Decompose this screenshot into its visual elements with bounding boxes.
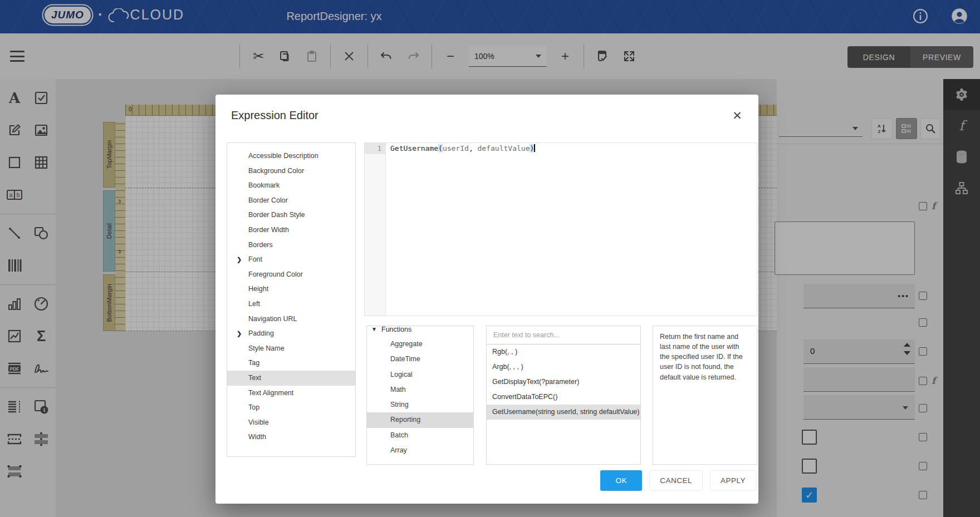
tree-root-functions[interactable]: ▼Functions	[367, 326, 473, 337]
property-item[interactable]: ❯Borders	[227, 238, 355, 253]
property-item[interactable]: ❯Left	[227, 297, 355, 312]
chevron-right-icon: ❯	[237, 326, 242, 341]
property-item[interactable]: ❯Text Alignment	[227, 386, 355, 401]
property-item[interactable]: ❯Foreground Color	[227, 267, 355, 282]
function-item[interactable]: GetUsername(string userId, string defaul…	[487, 405, 640, 420]
property-item[interactable]: ❯Height	[227, 282, 355, 297]
tree-category-item[interactable]: DateTime	[367, 352, 473, 367]
property-item[interactable]: ❯Text	[227, 371, 355, 386]
tree-category-item[interactable]: String	[367, 397, 473, 412]
function-description: Return the first name and last name of t…	[653, 326, 757, 465]
property-item[interactable]: ❯Navigation URL	[227, 312, 355, 327]
tree-category-item[interactable]: Array	[367, 443, 473, 458]
tree-category-item[interactable]: Aggregate	[367, 337, 473, 352]
property-item[interactable]: ❯Border Width	[227, 223, 355, 238]
function-item[interactable]: GetDisplayText(?parameter)	[487, 375, 640, 390]
property-item[interactable]: ❯Border Color	[227, 193, 355, 208]
chevron-down-icon: ▼	[371, 326, 377, 337]
code-line: GetUsername(userId, defaultValue)	[390, 143, 535, 154]
property-item[interactable]: ❯Style Name	[227, 341, 355, 356]
editor-gutter: 1	[365, 143, 386, 316]
app-window: JUMO · CLOUD ReportDesigner: yx	[0, 0, 980, 517]
tree-category-item[interactable]: Logical	[367, 367, 473, 382]
line-number: 1	[365, 143, 385, 154]
property-item[interactable]: ❯Accessible Description	[227, 149, 355, 164]
property-list: ❯Accessible Description❯Background Color…	[227, 142, 356, 457]
property-item[interactable]: ❯Bookmark	[227, 178, 355, 193]
property-item[interactable]: ❯Font	[227, 252, 355, 267]
tree-category-item[interactable]: Math	[367, 382, 473, 397]
function-item[interactable]: Rgb(, , )	[487, 344, 640, 360]
dialog-title: Expression Editor	[231, 109, 318, 122]
apply-button[interactable]: APPLY	[710, 470, 756, 491]
cancel-button[interactable]: CANCEL	[649, 470, 703, 491]
property-item[interactable]: ❯Visible	[227, 415, 355, 430]
expression-code-editor[interactable]: 1 GetUsername(userId, defaultValue)	[364, 142, 757, 316]
tree-category-item[interactable]: Batch	[367, 428, 473, 443]
expression-editor-dialog: Expression Editor ✕ ❯Accessible Descript…	[215, 95, 758, 504]
property-item[interactable]: ❯Background Color	[227, 164, 355, 179]
property-item[interactable]: ❯Top	[227, 400, 355, 415]
function-list-panel: Rgb(, , )Argb(, , , )GetDisplayText(?par…	[486, 326, 641, 465]
close-icon[interactable]: ✕	[731, 109, 744, 122]
ok-button[interactable]: OK	[600, 470, 642, 491]
property-item[interactable]: ❯Tag	[227, 356, 355, 371]
property-item[interactable]: ❯Border Dash Style	[227, 208, 355, 223]
property-item[interactable]: ❯Width	[227, 430, 355, 445]
chevron-right-icon: ❯	[237, 252, 242, 267]
function-item[interactable]: ConvertDataToEPC()	[487, 390, 640, 405]
text-cursor	[534, 144, 535, 152]
property-item[interactable]: ❯Padding	[227, 326, 355, 341]
functions-tree: ▼Functions AggregateDateTimeLogicalMathS…	[366, 326, 474, 465]
function-item[interactable]: Argb(, , , )	[487, 360, 640, 375]
tree-category-item[interactable]: Reporting	[367, 412, 473, 427]
search-input[interactable]	[487, 326, 640, 344]
